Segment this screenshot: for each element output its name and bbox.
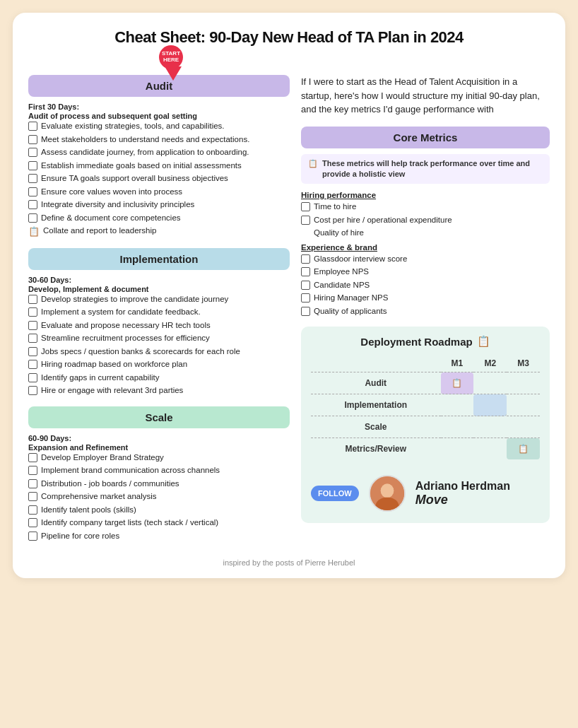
col-m1: M1	[441, 355, 474, 372]
checkbox[interactable]	[28, 174, 37, 183]
scale-m2	[473, 416, 507, 438]
table-header-row: M1 M2 M3	[311, 355, 540, 372]
roadmap-title: Deployment Roadmap 📋	[311, 335, 540, 348]
author-row: FOLLOW Adriano Herdman Move	[311, 469, 540, 515]
list-item: Define & document core competencies	[28, 213, 290, 224]
start-here-pin: START HERE	[159, 45, 183, 69]
hiring-performance-label: Hiring performance	[301, 191, 550, 199]
checkbox[interactable]	[28, 148, 37, 157]
checkbox[interactable]	[28, 466, 37, 475]
checkbox[interactable]	[28, 334, 37, 343]
impl-m1	[441, 394, 474, 416]
intro-text: If I were to start as the Head of Talent…	[301, 75, 550, 117]
col-m3: M3	[507, 355, 540, 372]
list-item: Establish immediate goals based on initi…	[28, 160, 290, 172]
checkbox[interactable]	[28, 321, 37, 330]
checkbox[interactable]	[301, 216, 310, 225]
checkbox[interactable]	[301, 281, 310, 290]
author-name: Adriano Herdman	[415, 480, 510, 493]
audit-checklist: Evaluate existing strategies, tools, and…	[28, 121, 290, 238]
scale-sub: Expansion and Refinement	[28, 443, 290, 452]
list-item: Quality of hire	[301, 228, 550, 239]
list-item: Candidate NPS	[301, 280, 550, 291]
list-item: Meet stakeholders to understand needs an…	[28, 134, 290, 146]
checkbox[interactable]	[301, 293, 310, 303]
roadmap-icon: 📋	[477, 335, 490, 348]
list-item: Develop Employer Brand Strategy	[28, 452, 290, 464]
audit-m2	[473, 372, 507, 394]
audit-header: Audit	[28, 75, 290, 97]
checkbox[interactable]	[28, 135, 37, 144]
page-title: Cheat Sheet: 90-Day New Head of TA Plan …	[28, 28, 550, 47]
checkbox[interactable]	[28, 479, 37, 488]
metrics-m1	[441, 438, 474, 459]
checkbox[interactable]	[301, 267, 310, 276]
checkbox[interactable]	[28, 307, 37, 317]
checkbox[interactable]	[28, 295, 37, 304]
list-item: Employee NPS	[301, 266, 550, 278]
table-row: Audit 📋	[311, 372, 540, 394]
scale-header: Scale	[28, 406, 290, 428]
row-impl-label: Implementation	[311, 394, 441, 416]
pin-area: START HERE	[28, 57, 550, 75]
checkbox[interactable]	[28, 492, 37, 501]
core-metrics-section: Core Metrics 📋 These metrics will help t…	[301, 127, 550, 317]
list-item: Time to hire	[301, 201, 550, 213]
list-item: Develop strategies to improve the candid…	[28, 294, 290, 305]
avatar	[369, 475, 406, 512]
checkbox[interactable]	[301, 307, 310, 316]
checkbox[interactable]	[28, 213, 37, 223]
checkbox[interactable]	[301, 254, 310, 264]
checkbox[interactable]	[28, 373, 37, 382]
list-item: Glassdoor interview score	[301, 254, 550, 265]
audit-sub: Audit of process and subsequent goal set…	[28, 112, 290, 120]
footer-text: inspired by the posts of Pierre Herubel	[28, 558, 550, 567]
scale-section: Scale 60-90 Days: Expansion and Refineme…	[28, 406, 290, 542]
list-item: 📋Collate and report to leadership	[28, 225, 290, 238]
col-label	[311, 355, 441, 372]
checkbox[interactable]	[28, 187, 37, 196]
checkbox[interactable]	[28, 347, 37, 356]
list-item: Hiring Manager NPS	[301, 293, 550, 304]
list-item: Distribution - job boards / communities	[28, 479, 290, 490]
list-item: Quality of applicants	[301, 306, 550, 317]
list-item: Integrate diversity and inclusivity prin…	[28, 199, 290, 211]
hiring-checklist: Time to hire Cost per hire / operational…	[301, 201, 550, 239]
right-column: If I were to start as the Head of Talent…	[301, 75, 550, 551]
experience-checklist: Glassdoor interview score Employee NPS C…	[301, 254, 550, 317]
impl-header: Implementation	[28, 248, 290, 270]
row-metrics-label: Metrics/Review	[311, 438, 441, 459]
list-item: Ensure core values woven into process	[28, 187, 290, 198]
audit-section: Audit First 30 Days: Audit of process an…	[28, 75, 290, 238]
checkbox[interactable]	[28, 122, 37, 131]
roadmap-table: M1 M2 M3 Audit 📋 Implemen	[311, 355, 540, 459]
avatar-image	[370, 475, 404, 512]
list-item: Implement a system for candidate feedbac…	[28, 307, 290, 318]
list-item: Identify gaps in current capability	[28, 372, 290, 384]
checkbox[interactable]	[301, 202, 310, 211]
list-item: Comprehensive market analysis	[28, 491, 290, 503]
implementation-section: Implementation 30-60 Days: Develop, Impl…	[28, 248, 290, 397]
author-info: Adriano Herdman Move	[415, 480, 510, 507]
experience-brand-label: Experience & brand	[301, 243, 550, 252]
list-item: Cost per hire / operational expenditure	[301, 215, 550, 226]
scale-m1	[441, 416, 474, 438]
list-item: Ensure TA goals support overall business…	[28, 173, 290, 184]
checkbox[interactable]	[28, 532, 37, 541]
checkbox[interactable]	[28, 453, 37, 462]
checkbox[interactable]	[28, 386, 37, 395]
follow-button[interactable]: FOLLOW	[311, 486, 359, 501]
checkbox[interactable]	[28, 161, 37, 170]
table-row: Implementation	[311, 394, 540, 416]
checkbox[interactable]	[28, 518, 37, 527]
impl-m2	[473, 394, 507, 416]
author-company: Move	[415, 493, 510, 507]
list-item: Pipeline for core roles	[28, 531, 290, 542]
note-icon: 📋	[28, 225, 40, 238]
checkbox[interactable]	[28, 505, 37, 515]
impl-checklist: Develop strategies to improve the candid…	[28, 294, 290, 397]
list-item: Identify talent pools (skills)	[28, 505, 290, 516]
checkbox[interactable]	[28, 360, 37, 369]
checkbox[interactable]	[28, 200, 37, 209]
impl-sub: Develop, Implement & document	[28, 285, 290, 293]
